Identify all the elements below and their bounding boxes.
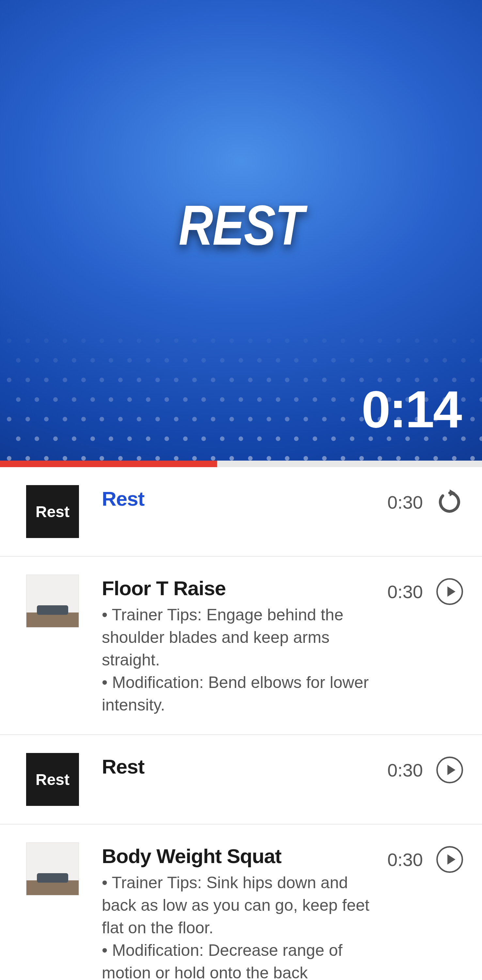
exercise-meta: 0:30 [387,574,464,606]
exercise-duration: 0:30 [387,849,423,870]
play-icon[interactable] [435,577,464,606]
exercise-item[interactable]: Body Weight Squat• Trainer Tips: Sink hi… [0,824,482,980]
exercise-item[interactable]: RestRest0:30 [0,735,482,824]
exercise-item[interactable]: Floor T Raise• Trainer Tips: Engage behi… [0,557,482,735]
hero-timer: 0:14 [362,379,461,439]
exercise-duration: 0:30 [387,581,423,602]
exercise-item[interactable]: RestRest0:30 [0,467,482,557]
thumbnail-exercise-image [26,574,79,627]
hero-rest-panel: REST 0:14 [0,0,482,461]
thumbnail-exercise-image [26,843,79,896]
exercise-title: Body Weight Squat [102,845,374,868]
exercise-meta: 0:30 [387,753,464,784]
exercise-title: Rest [102,755,374,778]
exercise-duration: 0:30 [387,492,423,513]
play-icon[interactable] [435,845,464,874]
exercise-list: RestRest0:30Floor T Raise• Trainer Tips:… [0,467,482,980]
exercise-meta: 0:30 [387,485,464,517]
workout-progress-bar [0,461,482,467]
exercise-item-body: Floor T Raise• Trainer Tips: Engage behi… [102,574,387,716]
exercise-description: • Trainer Tips: Sink hips down and back … [102,872,374,980]
exercise-item-body: Rest [102,753,387,782]
exercise-duration: 0:30 [387,759,423,781]
hero-title: REST [179,193,303,258]
exercise-title: Floor T Raise [102,577,374,600]
thumbnail-rest: Rest [26,753,79,806]
exercise-title: Rest [102,487,374,510]
exercise-item-body: Body Weight Squat• Trainer Tips: Sink hi… [102,843,387,980]
play-icon[interactable] [435,756,464,784]
workout-progress-fill [0,461,217,467]
exercise-item-body: Rest [102,485,387,514]
exercise-meta: 0:30 [387,843,464,874]
thumbnail-rest: Rest [26,485,79,538]
refresh-icon[interactable] [435,488,464,517]
exercise-description: • Trainer Tips: Engage behind the should… [102,604,374,716]
